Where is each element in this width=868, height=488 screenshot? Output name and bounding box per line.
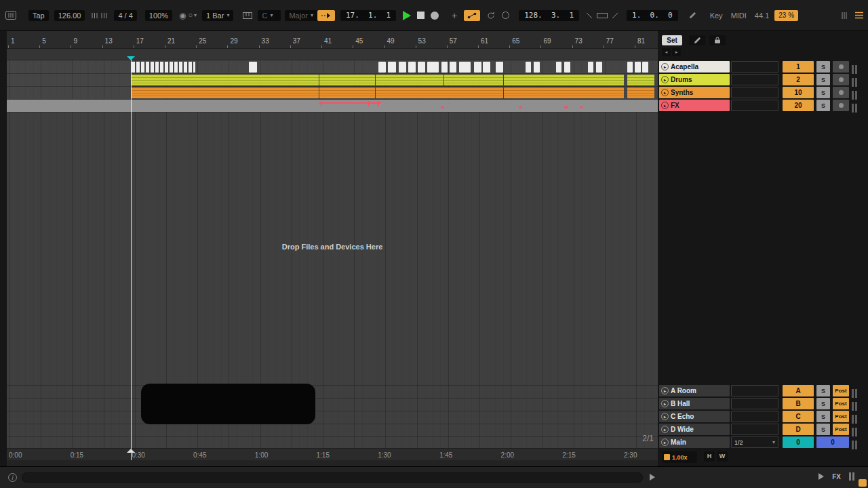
scrub-area[interactable] — [7, 49, 658, 60]
audio-clip[interactable] — [376, 87, 503, 98]
track-lane-synths[interactable] — [7, 87, 658, 100]
audio-clip[interactable] — [427, 62, 439, 73]
track-display[interactable] — [731, 411, 778, 422]
back-to-arrangement-icon[interactable] — [502, 12, 509, 19]
set-button[interactable]: Set — [662, 35, 682, 45]
audio-clip[interactable] — [526, 62, 531, 73]
automation-mode-button[interactable] — [464, 10, 480, 21]
audio-clip[interactable] — [319, 87, 375, 98]
main-track-header[interactable]: ▸ Main 1/2 ▾ 0 0 — [659, 436, 863, 449]
metronome-sound-icon[interactable]: ○ — [188, 12, 193, 19]
groove-amount-field[interactable]: 100% — [145, 10, 172, 21]
audio-clip[interactable] — [459, 62, 471, 73]
fold-arrow-icon[interactable]: ▸ — [661, 63, 669, 70]
return-letter-badge[interactable]: A — [783, 385, 814, 396]
audio-clip[interactable] — [627, 62, 633, 73]
fold-arrow-icon[interactable]: ▸ — [661, 89, 669, 96]
track-display[interactable] — [731, 74, 778, 85]
fold-arrow-icon[interactable]: ▸ — [661, 387, 669, 394]
menu-icon[interactable] — [854, 12, 864, 19]
track-title[interactable]: ▸Acapella — [659, 61, 730, 73]
track-number-badge[interactable]: 10 — [783, 87, 814, 98]
audio-clip[interactable] — [504, 75, 624, 85]
audio-clip[interactable] — [450, 62, 456, 73]
crossfade-menu[interactable]: 1/2 ▾ — [731, 436, 778, 448]
play-icon[interactable] — [818, 473, 824, 480]
track-display[interactable] — [731, 424, 778, 435]
track-header-fx[interactable]: ▸FX20S — [659, 100, 863, 112]
punch-out-icon[interactable] — [612, 12, 618, 19]
return-letter-badge[interactable]: D — [783, 424, 814, 435]
audio-clip[interactable] — [504, 87, 624, 98]
track-title[interactable]: ▸Drums — [659, 74, 730, 85]
cue-level-field[interactable]: 0 — [783, 436, 814, 448]
audio-clip[interactable] — [376, 75, 443, 85]
nav-left-button[interactable]: ◂ — [662, 48, 671, 56]
track-display[interactable] — [731, 398, 778, 409]
loop-start-field[interactable]: 128. 3. 1 — [519, 10, 579, 21]
quantize-menu[interactable]: 1 Bar ▾ — [202, 10, 233, 21]
solo-button[interactable]: S — [816, 100, 830, 111]
track-title[interactable]: ▸D Wide — [659, 424, 730, 435]
audio-clip[interactable] — [483, 62, 490, 73]
audio-clip[interactable] — [564, 62, 570, 73]
stop-button[interactable] — [417, 12, 425, 19]
track-lane-drums[interactable] — [7, 74, 658, 87]
solo-button[interactable]: S — [816, 411, 830, 422]
arm-button[interactable] — [833, 61, 849, 73]
time-ruler[interactable]: 0:000:150:300:451:001:151:301:452:002:15… — [7, 448, 658, 460]
track-header-drums[interactable]: ▸Drums2S — [659, 74, 863, 86]
solo-button[interactable]: S — [816, 74, 830, 85]
audio-clip[interactable] — [132, 87, 319, 98]
return-letter-badge[interactable]: B — [783, 398, 814, 409]
midi-map-button[interactable]: MIDI — [731, 12, 747, 20]
audio-clip[interactable] — [378, 62, 386, 73]
audio-clip[interactable] — [474, 62, 481, 73]
audio-clip[interactable] — [627, 87, 654, 98]
solo-button[interactable]: S — [816, 398, 830, 409]
fx-toggle[interactable]: FX — [832, 473, 841, 481]
track-number-badge[interactable]: 1 — [783, 61, 814, 73]
follow-button[interactable] — [317, 10, 335, 21]
audio-clip[interactable] — [399, 62, 406, 73]
audio-clip[interactable] — [408, 62, 416, 73]
re-enable-automation-icon[interactable] — [487, 12, 495, 19]
track-display[interactable] — [731, 61, 778, 73]
solo-button[interactable]: S — [816, 424, 830, 435]
preview-play-icon[interactable] — [650, 474, 655, 481]
width-button[interactable]: W — [717, 451, 728, 462]
audio-clip[interactable] — [588, 62, 593, 73]
draw-mode-icon[interactable] — [689, 12, 696, 19]
tempo-field[interactable]: 126.00 — [54, 10, 85, 21]
audio-clip[interactable] — [441, 62, 448, 73]
routing-button[interactable]: Post — [833, 411, 849, 422]
nudge-down-icon[interactable] — [92, 12, 98, 19]
add-track-icon[interactable]: + — [452, 11, 457, 20]
track-number-badge[interactable]: 2 — [783, 74, 814, 85]
metronome-icon[interactable]: ◉ — [179, 12, 186, 20]
return-header-d[interactable]: ▸D WideDSPost — [659, 424, 863, 436]
notification-badge[interactable] — [859, 479, 867, 487]
nudge-up-icon[interactable] — [101, 12, 107, 19]
audio-clip[interactable] — [319, 75, 375, 85]
fold-arrow-icon[interactable]: ▸ — [661, 413, 669, 420]
return-letter-badge[interactable]: C — [783, 411, 814, 422]
track-display[interactable] — [731, 385, 778, 396]
audio-clip[interactable] — [418, 62, 425, 73]
audio-clip[interactable] — [132, 75, 319, 85]
main-level-field[interactable]: 0 — [816, 436, 849, 448]
time-signature-field[interactable]: 4 / 4 — [114, 10, 136, 21]
arm-button[interactable] — [833, 87, 849, 98]
key-root-menu[interactable]: C ▾ — [258, 10, 281, 21]
track-header-synths[interactable]: ▸Synths10S — [659, 87, 863, 99]
fold-arrow-icon[interactable]: ▸ — [661, 400, 669, 407]
loop-switch-icon[interactable] — [597, 12, 608, 19]
track-title[interactable]: ▸Synths — [659, 87, 730, 98]
track-display[interactable] — [731, 87, 778, 98]
playback-speed-button[interactable]: 1.00x — [662, 451, 697, 463]
routing-button[interactable]: Post — [833, 398, 849, 409]
routing-button[interactable]: Post — [833, 424, 849, 435]
routing-button[interactable]: Post — [833, 385, 849, 396]
scale-keys-icon[interactable] — [243, 12, 252, 19]
status-input[interactable] — [22, 472, 643, 483]
